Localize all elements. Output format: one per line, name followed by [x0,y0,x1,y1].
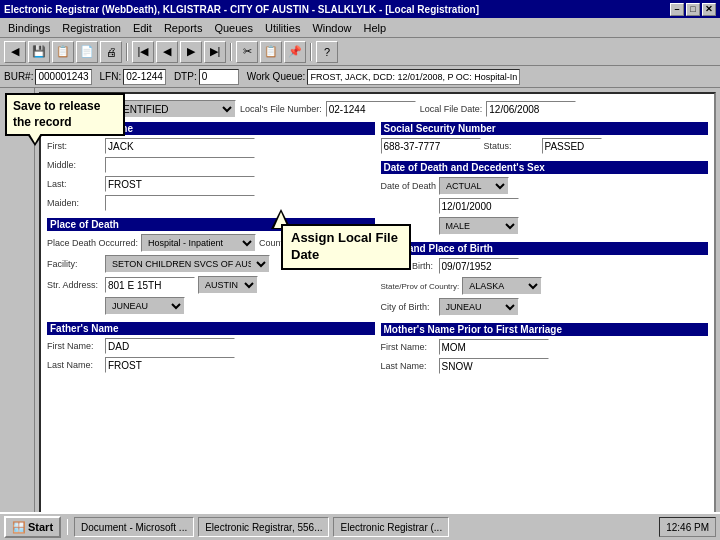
facility-label: Facility: [47,259,102,269]
mother-first-input[interactable] [439,339,549,355]
toolbar-btn-save[interactable]: 💾 [28,41,50,63]
toolbar-btn-1[interactable]: ◀ [4,41,26,63]
dod-date-row [381,198,709,214]
start-button[interactable]: 🪟 Start [4,516,61,538]
save-tooltip: Save to release the record [5,93,125,136]
sex-select[interactable]: MALE [439,217,519,235]
toolbar: ◀ 💾 📋 📄 🖨 |◀ ◀ ▶ ▶| ✂ 📋 📌 ? [0,38,720,66]
clock-time: 12:46 PM [666,522,709,533]
record-type-row: Record Type: IDENTIFIED Local's File Num… [47,100,708,118]
father-first-input[interactable] [105,338,235,354]
local-file-date-input[interactable] [486,101,576,117]
work-queue-value: FROST, JACK, DCD: 12/01/2008, P OC: Hosp… [307,69,520,85]
toolbar-btn-7[interactable]: ◀ [156,41,178,63]
middle-name-label: Middle: [47,160,102,170]
father-name-section: Father's Name [47,322,375,335]
taskbar-app-2[interactable]: Electronic Registrar, 556... [198,517,329,537]
maiden-name-input[interactable] [105,195,255,211]
menu-bindings[interactable]: Bindings [2,21,56,35]
state-pob-row: State/Prov of Country: ALASKA [381,277,709,295]
local-file-date-label: Local File Date: [420,104,483,114]
taskbar-app-3[interactable]: Electronic Registrar (... [333,517,449,537]
middle-name-row: Middle: [47,157,375,173]
taskbar-divider [67,519,68,535]
toolbar-btn-5[interactable]: 🖨 [100,41,122,63]
taskbar: 🪟 Start Document - Microsoft ... Electro… [0,512,720,540]
facility-select[interactable]: SETON CHILDREN SVCS OF AUSTIN [105,255,270,273]
place-death-label: Place Death Occurred: [47,238,138,248]
toolbar-btn-12[interactable]: 📌 [284,41,306,63]
toolbar-btn-11[interactable]: 📋 [260,41,282,63]
menu-reports[interactable]: Reports [158,21,209,35]
father-first-label: First Name: [47,341,102,351]
state-pob-select[interactable]: ALASKA [462,277,542,295]
bur-field: BUR#: 000001243 [4,69,92,85]
father-last-label: Last Name: [47,360,102,370]
last-name-row: Last: [47,176,375,192]
dob-section: Date and Place of Birth [381,242,709,255]
toolbar-btn-4[interactable]: 📄 [76,41,98,63]
street-input[interactable] [105,277,195,293]
dod-date-input[interactable] [439,198,519,214]
mother-first-label: First Name: [381,342,436,352]
street-state-select[interactable]: JUNEAU [105,297,185,315]
toolbar-btn-13[interactable]: ? [316,41,338,63]
menu-help[interactable]: Help [358,21,393,35]
dod-type-select[interactable]: ACTUAL [439,177,509,195]
city-birth-select[interactable]: JUNEAU [439,298,519,316]
menu-utilities[interactable]: Utilities [259,21,306,35]
maiden-name-row: Maiden: [47,195,375,211]
minimize-button[interactable]: – [670,3,684,16]
ssn-row: Status: [381,138,709,154]
form-area: Assign Local File Date Record Type: IDEN… [35,88,720,518]
toolbar-btn-9[interactable]: ▶| [204,41,226,63]
last-name-input[interactable] [105,176,255,192]
middle-name-input[interactable] [105,157,255,173]
toolbar-sep-3 [310,43,312,61]
menu-registration[interactable]: Registration [56,21,127,35]
ssn-input[interactable] [381,138,481,154]
status-input[interactable] [542,138,602,154]
city-birth-row: City of Birth: JUNEAU [381,298,709,316]
dob-input[interactable] [439,258,519,274]
dob-row: Date of Birth: [381,258,709,274]
last-name-label: Last: [47,179,102,189]
menu-edit[interactable]: Edit [127,21,158,35]
local-file-number-label: Local's File Number: [240,104,322,114]
toolbar-sep-2 [230,43,232,61]
dod-label: Date of Death [381,181,437,191]
toolbar-btn-6[interactable]: |◀ [132,41,154,63]
father-last-input[interactable] [105,357,235,373]
ssn-section: Social Security Number [381,122,709,135]
col-right: Social Security Number Status: Date of D… [381,122,709,377]
maximize-button[interactable]: □ [686,3,700,16]
local-file-number-input[interactable] [326,101,416,117]
mother-name-section: Mother's Name Prior to First Marriage [381,323,709,336]
toolbar-btn-3[interactable]: 📋 [52,41,74,63]
lfn-value: 02-1244 [123,69,166,85]
street-city-select[interactable]: AUSTIN [198,276,258,294]
taskbar-clock: 12:46 PM [659,517,716,537]
toolbar-btn-8[interactable]: ▶ [180,41,202,63]
record-type-select[interactable]: IDENTIFIED [106,100,236,118]
bur-value: 000001243 [35,69,91,85]
father-last-row: Last Name: [47,357,375,373]
menu-queues[interactable]: Queues [208,21,259,35]
menu-window[interactable]: Window [306,21,357,35]
close-button[interactable]: ✕ [702,3,716,16]
dtp-field: DTP: 0 [174,69,239,85]
place-death-select[interactable]: Hospital - Inpatient [141,234,256,252]
window-controls: – □ ✕ [670,3,716,16]
toolbar-btn-10[interactable]: ✂ [236,41,258,63]
first-name-input[interactable] [105,138,255,154]
start-icon: 🪟 [12,521,26,534]
lfn-label: LFN: [100,71,122,82]
taskbar-app-1[interactable]: Document - Microsoft ... [74,517,194,537]
mother-last-row: Last Name: [381,358,709,374]
start-label: Start [28,521,53,533]
sex-row: MALE [381,217,709,235]
work-queue-field: Work Queue: FROST, JACK, DCD: 12/01/2008… [247,69,521,85]
first-name-label: First: [47,141,102,151]
assign-tooltip-text: Assign Local File Date [291,230,398,262]
mother-last-input[interactable] [439,358,549,374]
